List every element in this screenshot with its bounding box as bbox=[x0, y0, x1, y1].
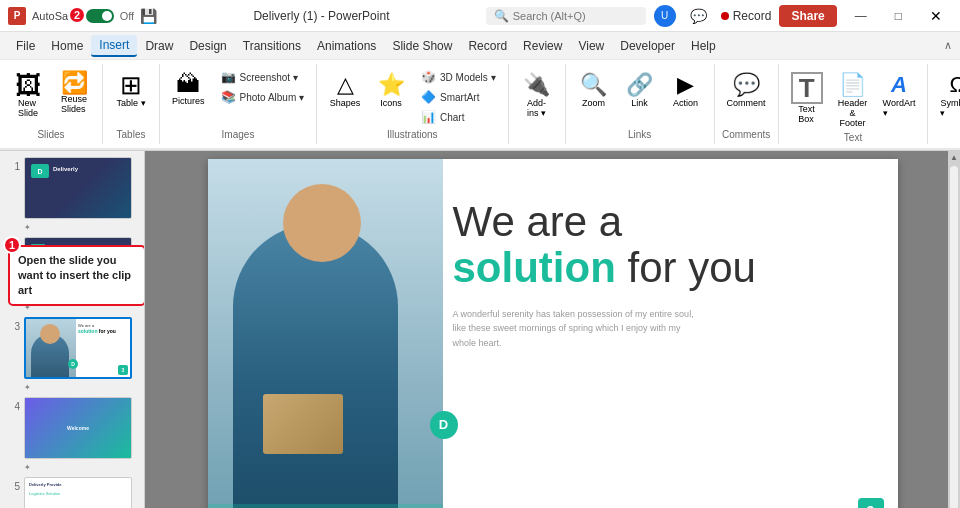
smartart-icon: 🔷 bbox=[421, 90, 436, 104]
headline2-rest: for you bbox=[616, 244, 756, 291]
slide-panel: 1 D Deliverly ✦ 2 D Deliverly We bbox=[0, 151, 145, 508]
comments-group-label: Comments bbox=[722, 129, 770, 140]
app-icon: P bbox=[8, 7, 26, 25]
slide3-text-area: We are a solution for you bbox=[78, 323, 128, 334]
scroll-up-button[interactable]: ▲ bbox=[950, 153, 958, 162]
wordart-icon: A bbox=[891, 72, 907, 98]
search-bar[interactable]: 🔍 bbox=[486, 7, 646, 25]
window-title: Deliverly (1) - PowerPoint bbox=[157, 9, 486, 23]
search-icon: 🔍 bbox=[494, 9, 509, 23]
header-footer-button[interactable]: 📄 Header& Footer bbox=[831, 68, 875, 132]
shapes-label: Shapes bbox=[330, 98, 361, 108]
menu-design[interactable]: Design bbox=[181, 36, 234, 56]
record-indicator: Record bbox=[721, 9, 772, 23]
slide-thumb-4[interactable]: 4 Welcome ✦ bbox=[4, 397, 140, 473]
zoom-button[interactable]: 🔍 Zoom bbox=[572, 68, 616, 112]
menu-insert[interactable]: Insert bbox=[91, 35, 137, 57]
media-small-items: Ω Symbols ▾ 🔊 Media ▾ bbox=[934, 68, 960, 122]
menu-developer[interactable]: Developer bbox=[612, 36, 683, 56]
slide-num-1: 1 bbox=[4, 157, 20, 172]
autosave-toggle[interactable] bbox=[86, 9, 114, 23]
pictures-button[interactable]: 🏔 Pictures bbox=[166, 68, 211, 110]
main-layout: 1 D Deliverly ✦ 2 D Deliverly We bbox=[0, 151, 960, 508]
reuse-slides-button[interactable]: 🔁 ReuseSlides bbox=[52, 68, 96, 118]
slide-5-thumb: Deliverly Provide Logistics Solution bbox=[24, 477, 132, 508]
menu-view[interactable]: View bbox=[570, 36, 612, 56]
table-button[interactable]: ⊞ Table ▾ bbox=[109, 68, 153, 112]
addins-button[interactable]: 🔌 Add-ins ▾ bbox=[515, 68, 559, 122]
slide-num-3: 3 bbox=[4, 317, 20, 332]
ribbon-collapse[interactable]: ∧ bbox=[944, 39, 952, 52]
menu-home[interactable]: Home bbox=[43, 36, 91, 56]
close-button[interactable]: ✕ bbox=[920, 6, 952, 26]
screenshot-button[interactable]: 📷 Screenshot ▾ bbox=[215, 68, 310, 86]
comment-ribbon-button[interactable]: 💬 Comment bbox=[721, 68, 772, 112]
menu-transitions[interactable]: Transitions bbox=[235, 36, 309, 56]
chart-button[interactable]: 📊 Chart bbox=[415, 108, 502, 126]
menu-draw[interactable]: Draw bbox=[137, 36, 181, 56]
menu-review[interactable]: Review bbox=[515, 36, 570, 56]
header-footer-label: Header& Footer bbox=[837, 98, 869, 128]
ribbon-group-images: 🏔 Pictures 📷 Screenshot ▾ 📚 Photo Album … bbox=[160, 64, 317, 144]
record-label: Record bbox=[733, 9, 772, 23]
record-dot bbox=[721, 12, 729, 20]
images-group-label: Images bbox=[222, 129, 255, 140]
slide-thumb-5[interactable]: 5 Deliverly Provide Logistics Solution ✦ bbox=[4, 477, 140, 508]
headline2-green: solution bbox=[453, 244, 616, 291]
menu-help[interactable]: Help bbox=[683, 36, 724, 56]
slide-thumb-3[interactable]: 3 We are a solution for you D bbox=[4, 317, 140, 393]
slide3-green: solution bbox=[78, 328, 97, 334]
avatar[interactable]: U bbox=[654, 5, 676, 27]
menu-record[interactable]: Record bbox=[460, 36, 515, 56]
links-group-label: Links bbox=[628, 129, 651, 140]
annotation-1: Open the slide you want to insert the cl… bbox=[8, 245, 145, 306]
chart-label: Chart bbox=[440, 112, 464, 123]
chart-icon: 📊 bbox=[421, 110, 436, 124]
slide-1-container: D Deliverly ✦ bbox=[24, 157, 132, 233]
slide1-text: Deliverly bbox=[53, 166, 78, 172]
comment-ribbon-icon: 💬 bbox=[733, 72, 760, 98]
slide4-text: Welcome bbox=[67, 425, 89, 431]
menu-animations[interactable]: Animations bbox=[309, 36, 384, 56]
slide-thumb-1[interactable]: 1 D Deliverly ✦ bbox=[4, 157, 140, 233]
ribbon-group-slides: 🖼 NewSlide 🔁 ReuseSlides Slides bbox=[0, 64, 103, 144]
images-items: 🏔 Pictures 📷 Screenshot ▾ 📚 Photo Album … bbox=[166, 68, 310, 110]
action-button[interactable]: ▶ Action bbox=[664, 68, 708, 112]
symbols-button[interactable]: Ω Symbols ▾ bbox=[934, 68, 960, 122]
minimize-button[interactable]: — bbox=[845, 7, 877, 25]
right-scrollbar[interactable]: ▲ ▼ bbox=[948, 151, 960, 508]
slide3-num-badge: 3 bbox=[118, 365, 128, 375]
icons-button[interactable]: ⭐ Icons bbox=[369, 68, 413, 126]
textbox-button[interactable]: T TextBox bbox=[785, 68, 829, 132]
slide3-star: ✦ bbox=[24, 383, 31, 392]
slide-content: We are a solution for you A wonderful se… bbox=[453, 199, 883, 351]
share-button[interactable]: Share bbox=[779, 5, 836, 27]
illustrations-group-label: Illustrations bbox=[387, 129, 438, 140]
slide-number-badge: 3 bbox=[858, 498, 884, 509]
slide-canvas: DDeliverly We are a solution for you A bbox=[208, 159, 898, 509]
menu-slideshow[interactable]: Slide Show bbox=[384, 36, 460, 56]
slide1-star: ✦ bbox=[24, 223, 31, 232]
ribbon-group-addins: 🔌 Add-ins ▾ bbox=[509, 64, 566, 144]
textbox-icon: T bbox=[791, 72, 823, 104]
3d-models-button[interactable]: 🎲 3D Models ▾ bbox=[415, 68, 502, 86]
shapes-button[interactable]: △ Shapes bbox=[323, 68, 367, 126]
scroll-track bbox=[950, 166, 958, 508]
slide-thumb-2[interactable]: 2 D Deliverly We are a solution for you … bbox=[4, 237, 140, 313]
link-button[interactable]: 🔗 Link bbox=[618, 68, 662, 112]
photo-album-button[interactable]: 📚 Photo Album ▾ bbox=[215, 88, 310, 106]
comment-button[interactable]: 💬 bbox=[684, 6, 713, 26]
zoom-label: Zoom bbox=[582, 98, 605, 108]
save-icon[interactable]: 💾 bbox=[140, 8, 157, 24]
person-image-area bbox=[208, 159, 443, 509]
slide5-sub: Logistics Solution bbox=[25, 491, 131, 496]
title-bar-right: 🔍 U 💬 Record Share — □ ✕ bbox=[486, 5, 952, 27]
search-input[interactable] bbox=[513, 10, 633, 22]
menu-file[interactable]: File bbox=[8, 36, 43, 56]
new-slide-button[interactable]: 🖼 NewSlide bbox=[6, 68, 50, 122]
wordart-button[interactable]: A WordArt ▾ bbox=[877, 68, 922, 132]
maximize-button[interactable]: □ bbox=[885, 7, 912, 25]
illustrations-items: △ Shapes ⭐ Icons 🎲 3D Models ▾ 🔷 SmartAr… bbox=[323, 68, 502, 126]
smartart-button[interactable]: 🔷 SmartArt bbox=[415, 88, 502, 106]
action-icon: ▶ bbox=[677, 72, 694, 98]
